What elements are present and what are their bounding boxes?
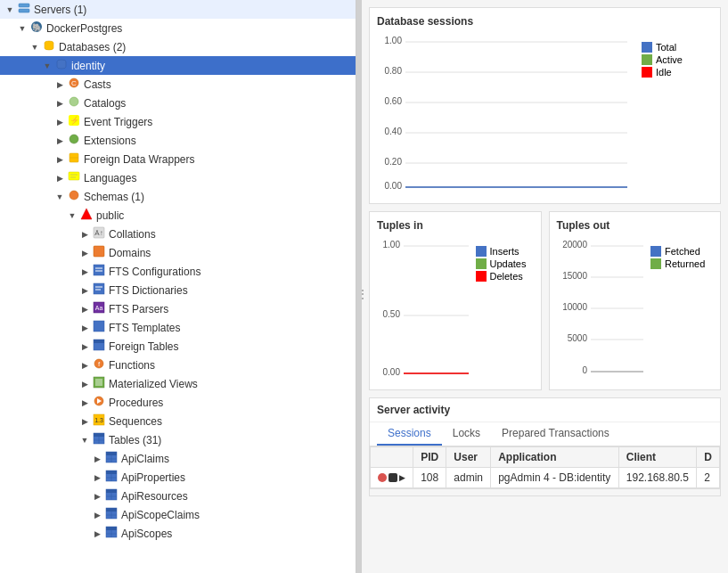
svg-text:0.00: 0.00: [383, 367, 401, 377]
tree-icon-fts-configurations: [91, 264, 107, 279]
tree-item-foreign-tables[interactable]: ▶Foreign Tables: [0, 337, 356, 356]
tree-item-extensions[interactable]: ▶Extensions: [0, 131, 356, 150]
svg-rect-1: [19, 9, 29, 12]
tree-item-api-scope-claims[interactable]: ▶ApiScopeClaims: [0, 505, 356, 524]
legend-fetched: Fetched: [665, 246, 700, 257]
svg-text:C: C: [71, 79, 77, 87]
tree-item-sequences[interactable]: ▶1.3Sequences: [0, 412, 356, 430]
tree-label-materialized-views: Materialized Views: [109, 378, 198, 390]
tree-label-api-scope-claims: ApiScopeClaims: [121, 509, 200, 521]
tree-label-fts-dictionaries: FTS Dictionaries: [109, 284, 188, 297]
tuples-in-title: Tuples in: [377, 219, 534, 232]
tree-item-domains[interactable]: ▶Domains: [0, 243, 356, 262]
tree-item-functions[interactable]: ▶fFunctions: [0, 356, 356, 374]
tree-icon-api-scopes: [103, 526, 119, 541]
svg-rect-14: [69, 172, 79, 180]
tab-sessions[interactable]: Sessions: [377, 422, 442, 446]
svg-text:0.80: 0.80: [385, 66, 403, 76]
svg-rect-58: [106, 508, 117, 512]
tree-item-api-properties[interactable]: ▶ApiProperties: [0, 468, 356, 487]
svg-text:1.3: 1.3: [94, 417, 103, 423]
d-cell: 2: [697, 468, 720, 488]
tree-arrow-collations: ▶: [78, 230, 91, 239]
tree-item-event-triggers[interactable]: ▶⚡Event Triggers: [0, 112, 356, 131]
svg-text:5000: 5000: [567, 333, 587, 343]
resize-handle[interactable]: [356, 0, 362, 573]
tab-prepared-transactions[interactable]: Prepared Transactions: [491, 422, 620, 446]
tree-item-casts[interactable]: ▶CCasts: [0, 75, 356, 94]
tree-item-databases[interactable]: ▼Databases (2): [0, 37, 356, 56]
svg-rect-42: [94, 433, 104, 437]
db-sessions-legend: Total Active Idle: [642, 33, 713, 196]
tree-label-collations: Collations: [109, 228, 156, 241]
tree-item-identity[interactable]: ▼identity: [0, 56, 356, 75]
svg-rect-22: [94, 265, 104, 275]
svg-rect-46: [106, 452, 117, 455]
db-sessions-svg: 1.00 0.80 0.60 0.40 0.20 0.00: [377, 33, 627, 193]
tree-item-fts-templates[interactable]: ▶FTS Templates: [0, 318, 356, 337]
tree-item-procedures[interactable]: ▶Procedures: [0, 393, 356, 412]
tree-arrow-foreign-tables: ▶: [78, 342, 91, 351]
tree-item-public[interactable]: ▼public: [0, 206, 356, 225]
tree-item-schemas[interactable]: ▼Schemas (1): [0, 187, 356, 206]
tree-icon-dockerpostgres: 🐘: [29, 20, 45, 36]
tree-item-foreign-data-wrappers[interactable]: ▶Foreign Data Wrappers: [0, 150, 356, 168]
tree-item-fts-configurations[interactable]: ▶FTS Configurations: [0, 262, 356, 281]
svg-text:Ā↑: Ā↑: [94, 229, 102, 237]
legend-total: Total: [656, 42, 676, 53]
svg-rect-0: [19, 4, 29, 7]
tree-item-dockerpostgres[interactable]: ▼🐘DockerPostgres: [0, 19, 356, 37]
tree-arrow-foreign-data-wrappers: ▶: [53, 155, 66, 164]
horizontal-scrollbar[interactable]: [370, 488, 720, 495]
tree-item-fts-parsers[interactable]: ▶AaFTS Parsers: [0, 299, 356, 318]
tree-item-collations[interactable]: ▶Ā↑Collations: [0, 225, 356, 243]
legend-returned: Returned: [665, 258, 705, 269]
tree-item-fts-dictionaries[interactable]: ▶FTS Dictionaries: [0, 281, 356, 299]
tree-arrow-event-triggers: ▶: [53, 118, 66, 127]
tree-icon-casts: C: [66, 77, 82, 92]
svg-point-8: [70, 97, 78, 106]
tree-icon-tables: [91, 432, 107, 447]
tree-item-languages[interactable]: ▶Languages: [0, 168, 356, 187]
svg-text:10000: 10000: [562, 302, 587, 312]
svg-rect-30: [94, 321, 104, 332]
svg-text:0.50: 0.50: [383, 309, 401, 319]
tree-label-sequences: Sequences: [109, 415, 162, 428]
tree-label-functions: Functions: [109, 359, 155, 372]
tree-item-tables[interactable]: ▼Tables (31): [0, 430, 356, 449]
svg-rect-21: [94, 246, 104, 257]
tree-label-event-triggers: Event Triggers: [84, 116, 152, 128]
tree-item-api-claims[interactable]: ▶ApiClaims: [0, 449, 356, 468]
table-row[interactable]: ▶108adminpgAdmin 4 - DB:identity192.168.…: [371, 468, 720, 488]
svg-text:20000: 20000: [562, 240, 587, 250]
tree-label-fts-configurations: FTS Configurations: [109, 266, 200, 278]
tree-item-servers[interactable]: ▼Servers (1): [0, 0, 356, 19]
tree-arrow-databases: ▼: [29, 43, 41, 52]
tree-icon-sequences: 1.3: [91, 413, 107, 429]
svg-text:0.60: 0.60: [385, 96, 403, 106]
db-sessions-chart: Database sessions 1.00 0.80 0.60 0.40 0.…: [369, 7, 721, 204]
application-cell: pgAdmin 4 - DB:identity: [491, 468, 619, 488]
tree-icon-fts-dictionaries: [91, 282, 107, 298]
user-cell: admin: [446, 468, 491, 488]
tree-item-catalogs[interactable]: ▶Catalogs: [0, 94, 356, 112]
tree-icon-event-triggers: ⚡: [66, 114, 82, 129]
tree-icon-foreign-tables: [91, 339, 107, 354]
tree-icon-databases: [41, 39, 57, 54]
svg-text:⚡: ⚡: [70, 115, 80, 126]
svg-text:🐘: 🐘: [32, 22, 43, 33]
svg-marker-18: [81, 209, 92, 219]
col-client: Client: [618, 447, 696, 468]
tree-arrow-fts-dictionaries: ▶: [78, 286, 91, 295]
tree-label-dockerpostgres: DockerPostgres: [46, 22, 122, 35]
tree-arrow-sequences: ▶: [78, 417, 91, 426]
tree-item-api-resources[interactable]: ▶ApiResources: [0, 487, 356, 505]
tree-item-materialized-views[interactable]: ▶Materialized Views: [0, 374, 356, 393]
svg-text:0.00: 0.00: [385, 181, 403, 191]
tree-arrow-catalogs: ▶: [53, 99, 66, 108]
tree-item-api-scopes[interactable]: ▶ApiScopes: [0, 524, 356, 543]
svg-point-11: [70, 135, 78, 143]
svg-text:0.40: 0.40: [385, 127, 403, 136]
tab-locks[interactable]: Locks: [442, 422, 491, 446]
tree-label-fts-parsers: FTS Parsers: [109, 303, 168, 315]
